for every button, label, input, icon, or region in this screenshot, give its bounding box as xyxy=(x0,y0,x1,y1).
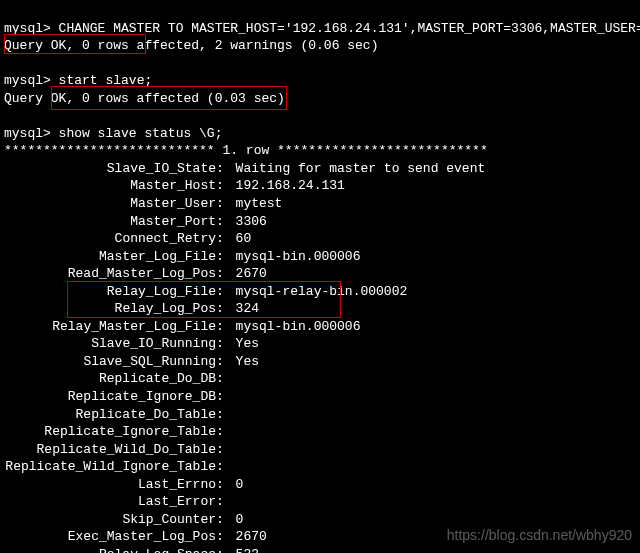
status-value: mysql-bin.000006 xyxy=(228,319,361,334)
cmd-show-slave-status: show slave status \G; xyxy=(51,126,223,141)
colon: : xyxy=(216,214,228,229)
status-value: 533 xyxy=(228,547,259,553)
colon: : xyxy=(216,529,228,544)
status-key: Relay_Log_Pos xyxy=(4,300,216,318)
status-row: Replicate_Ignore_Table: xyxy=(4,423,636,441)
status-row: Replicate_Wild_Ignore_Table: xyxy=(4,458,636,476)
colon: : xyxy=(216,231,228,246)
status-value xyxy=(228,459,236,474)
status-row: Replicate_Wild_Do_Table: xyxy=(4,441,636,459)
status-key: Master_User xyxy=(4,195,216,213)
colon: : xyxy=(216,494,228,509)
mysql-prompt: mysql> xyxy=(4,73,51,88)
status-value: Yes xyxy=(228,336,259,351)
status-key: Replicate_Ignore_DB xyxy=(4,388,216,406)
status-key: Exec_Master_Log_Pos xyxy=(4,528,216,546)
status-value: Yes xyxy=(228,354,259,369)
status-row: Connect_Retry: 60 xyxy=(4,230,636,248)
status-row: Replicate_Ignore_DB: xyxy=(4,388,636,406)
colon: : xyxy=(216,336,228,351)
status-row: Exec_Master_Log_Pos: 2670 xyxy=(4,528,636,546)
status-key: Master_Log_File xyxy=(4,248,216,266)
status-value: Waiting for master to send event xyxy=(228,161,485,176)
status-key: Slave_IO_State xyxy=(4,160,216,178)
status-key: Last_Errno xyxy=(4,476,216,494)
status-value: 0 xyxy=(228,512,244,527)
colon: : xyxy=(216,424,228,439)
colon: : xyxy=(216,442,228,457)
colon: : xyxy=(216,371,228,386)
status-row: Skip_Counter: 0 xyxy=(4,511,636,529)
colon: : xyxy=(216,354,228,369)
colon: : xyxy=(216,477,228,492)
status-value: 2670 xyxy=(228,529,267,544)
status-value: 324 xyxy=(228,301,259,316)
colon: : xyxy=(216,196,228,211)
status-key: Relay_Log_File xyxy=(4,283,216,301)
status-row: Relay_Log_Pos: 324 xyxy=(4,300,636,318)
status-key: Replicate_Do_Table xyxy=(4,406,216,424)
status-key: Connect_Retry xyxy=(4,230,216,248)
status-value: 2670 xyxy=(228,266,267,281)
status-row: Slave_IO_Running: Yes xyxy=(4,335,636,353)
status-value xyxy=(228,407,236,422)
status-row: Master_Port: 3306 xyxy=(4,213,636,231)
line-queryok1: Query OK, 0 rows affected, 2 warnings (0… xyxy=(4,38,378,53)
status-key: Skip_Counter xyxy=(4,511,216,529)
colon: : xyxy=(216,284,228,299)
status-value xyxy=(228,494,236,509)
status-key: Replicate_Wild_Do_Table xyxy=(4,441,216,459)
line-cmd1: mysql> start slave; xyxy=(4,73,152,88)
status-value: mytest xyxy=(228,196,283,211)
status-value xyxy=(228,442,236,457)
status-key: Master_Port xyxy=(4,213,216,231)
status-row: Slave_SQL_Running: Yes xyxy=(4,353,636,371)
line-cmd2: mysql> show slave status \G; xyxy=(4,126,222,141)
colon: : xyxy=(216,319,228,334)
status-value: 60 xyxy=(228,231,251,246)
status-row: Relay_Log_Space: 533 xyxy=(4,546,636,553)
status-value: mysql-relay-bin.000002 xyxy=(228,284,407,299)
terminal-output: mysql> CHANGE MASTER TO MASTER_HOST='192… xyxy=(0,0,640,553)
mysql-prompt: mysql> xyxy=(4,126,51,141)
status-row: Read_Master_Log_Pos: 2670 xyxy=(4,265,636,283)
status-key: Last_Error xyxy=(4,493,216,511)
colon: : xyxy=(216,389,228,404)
row-divider: *************************** 1. row *****… xyxy=(4,143,488,158)
status-value: 192.168.24.131 xyxy=(228,178,345,193)
status-key: Relay_Log_Space xyxy=(4,546,216,553)
status-key: Read_Master_Log_Pos xyxy=(4,265,216,283)
status-value: mysql-bin.000006 xyxy=(228,249,361,264)
status-row: Master_Host: 192.168.24.131 xyxy=(4,177,636,195)
colon: : xyxy=(216,249,228,264)
line-queryok2: Query OK, 0 rows affected (0.03 sec) xyxy=(4,91,285,106)
status-key: Replicate_Wild_Ignore_Table xyxy=(4,458,216,476)
status-row: Relay_Log_File: mysql-relay-bin.000002 xyxy=(4,283,636,301)
colon: : xyxy=(216,547,228,553)
colon: : xyxy=(216,512,228,527)
status-value: 3306 xyxy=(228,214,267,229)
status-key: Master_Host xyxy=(4,177,216,195)
slave-status-block: Slave_IO_State: Waiting for master to se… xyxy=(4,160,636,553)
status-row: Relay_Master_Log_File: mysql-bin.000006 xyxy=(4,318,636,336)
colon: : xyxy=(216,178,228,193)
colon: : xyxy=(216,459,228,474)
line-top: mysql> CHANGE MASTER TO MASTER_HOST='192… xyxy=(4,21,640,36)
colon: : xyxy=(216,161,228,176)
status-key: Replicate_Ignore_Table xyxy=(4,423,216,441)
status-row: Replicate_Do_Table: xyxy=(4,406,636,424)
cmd-start-slave: start slave; xyxy=(51,73,152,88)
colon: : xyxy=(216,266,228,281)
status-row: Last_Error: xyxy=(4,493,636,511)
status-row: Slave_IO_State: Waiting for master to se… xyxy=(4,160,636,178)
status-value xyxy=(228,424,236,439)
status-value: 0 xyxy=(228,477,244,492)
status-key: Slave_SQL_Running xyxy=(4,353,216,371)
status-key: Replicate_Do_DB xyxy=(4,370,216,388)
status-value xyxy=(228,389,236,404)
status-row: Master_User: mytest xyxy=(4,195,636,213)
colon: : xyxy=(216,301,228,316)
status-row: Last_Errno: 0 xyxy=(4,476,636,494)
colon: : xyxy=(216,407,228,422)
status-row: Replicate_Do_DB: xyxy=(4,370,636,388)
